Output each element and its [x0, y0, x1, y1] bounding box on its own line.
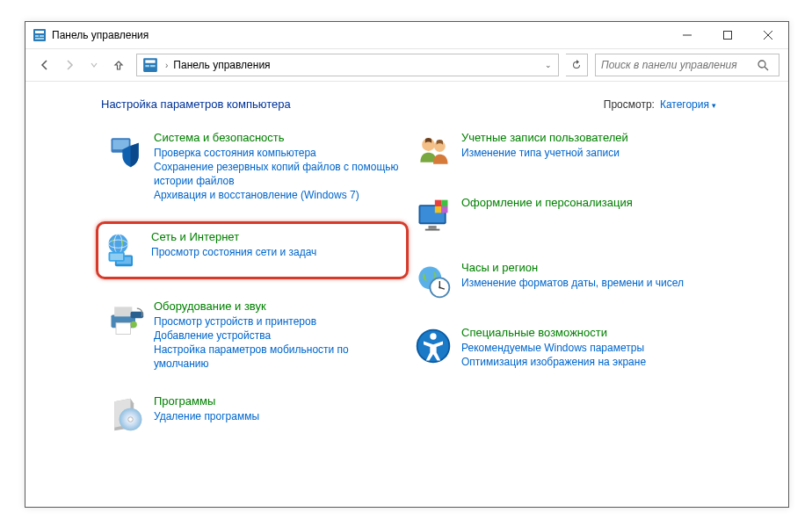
svg-point-13: [758, 61, 765, 68]
breadcrumb-root[interactable]: Панель управления: [171, 59, 272, 71]
svg-point-17: [109, 235, 128, 254]
address-dropdown[interactable]: ⌄: [540, 61, 556, 69]
category-programs: Программы Удаление программы: [101, 390, 409, 439]
category-appearance-personalization: Оформление и персонализация: [409, 191, 716, 241]
svg-rect-23: [110, 254, 123, 260]
content-area: Настройка параметров компьютера Просмотр…: [25, 82, 788, 507]
svg-point-49: [430, 333, 436, 339]
category-clock-region: Часы и регион Изменение форматов даты, в…: [409, 256, 716, 306]
search-box[interactable]: [595, 54, 779, 76]
chevron-right-icon[interactable]: ›: [162, 61, 171, 70]
maximize-button[interactable]: [707, 22, 748, 48]
globe-network-icon[interactable]: [102, 229, 144, 271]
shield-icon[interactable]: [105, 130, 147, 172]
svg-line-14: [765, 67, 768, 70]
task-link[interactable]: Изменение форматов даты, времени и чисел: [461, 276, 713, 290]
category-title[interactable]: Специальные возможности: [461, 326, 607, 339]
window-title: Панель управления: [52, 29, 149, 41]
svg-rect-39: [441, 200, 447, 206]
category-title[interactable]: Программы: [154, 394, 215, 408]
category-title[interactable]: Учетные записи пользователей: [461, 131, 628, 144]
task-link[interactable]: Архивация и восстановление (Windows 7): [154, 188, 405, 202]
back-button[interactable]: [34, 54, 55, 76]
titlebar: Панель управления: [25, 22, 788, 49]
control-panel-icon: [33, 28, 47, 42]
control-panel-icon: [142, 57, 158, 73]
svg-rect-12: [150, 65, 156, 67]
refresh-button[interactable]: [566, 54, 588, 76]
svg-rect-36: [429, 226, 437, 229]
close-button[interactable]: [748, 22, 788, 48]
svg-rect-40: [435, 206, 441, 213]
svg-rect-41: [441, 206, 447, 213]
task-link[interactable]: Просмотр устройств и принтеров: [154, 314, 405, 328]
minimize-button[interactable]: [667, 22, 707, 48]
category-network-internet: Сеть и Интернет Просмотр состояния сети …: [96, 221, 409, 279]
svg-rect-10: [145, 60, 155, 62]
svg-point-46: [439, 286, 440, 288]
view-by-label: Просмотр:: [604, 98, 655, 111]
search-input[interactable]: [596, 59, 758, 71]
disc-box-icon[interactable]: [105, 393, 147, 436]
category-title[interactable]: Сеть и Интернет: [151, 230, 239, 243]
forward-button[interactable]: [59, 54, 80, 76]
task-link[interactable]: Проверка состояния компьютера: [154, 146, 405, 160]
category-system-security: Система и безопасность Проверка состояни…: [101, 126, 409, 206]
task-link[interactable]: Изменение типа учетной записи: [461, 146, 713, 160]
svg-rect-25: [114, 307, 132, 316]
task-link[interactable]: Сохранение резервных копий файлов с помо…: [154, 160, 405, 188]
category-ease-of-access: Специальные возможности Рекомендуемые Wi…: [409, 321, 716, 372]
task-link[interactable]: Настройка параметров мобильности по умол…: [154, 343, 405, 371]
search-icon[interactable]: [758, 60, 779, 71]
category-hardware-sound: Оборудование и звук Просмотр устройств и…: [101, 295, 409, 374]
svg-rect-38: [435, 200, 441, 206]
svg-rect-6: [724, 32, 732, 40]
page-heading: Настройка параметров компьютера: [101, 97, 291, 111]
task-link[interactable]: Оптимизация изображения на экране: [461, 355, 713, 369]
accessibility-icon[interactable]: [412, 325, 454, 367]
svg-rect-3: [40, 35, 44, 37]
task-link[interactable]: Удаление программы: [154, 409, 405, 423]
printer-icon[interactable]: [105, 299, 147, 341]
svg-rect-11: [145, 65, 149, 67]
category-user-accounts: Учетные записи пользователей Изменение т…: [409, 126, 716, 176]
view-by-dropdown[interactable]: Категория▾: [660, 98, 716, 111]
svg-point-27: [131, 321, 137, 328]
svg-rect-28: [131, 312, 144, 318]
monitor-colors-icon[interactable]: [412, 195, 454, 237]
svg-rect-1: [35, 31, 44, 33]
task-link[interactable]: Просмотр состояния сети и задач: [151, 245, 402, 259]
up-button[interactable]: [108, 54, 129, 76]
category-title[interactable]: Оборудование и звук: [154, 300, 266, 313]
users-icon[interactable]: [412, 130, 454, 172]
category-title[interactable]: Оформление и персонализация: [461, 196, 633, 209]
navbar: › Панель управления ⌄: [25, 49, 788, 82]
task-link[interactable]: Рекомендуемые Windows параметры: [461, 341, 713, 355]
address-bar[interactable]: › Панель управления ⌄: [136, 54, 559, 76]
svg-rect-4: [35, 38, 44, 40]
control-panel-window: Панель управления › Панель управления ⌄: [25, 21, 789, 508]
category-title[interactable]: Система и безопасность: [154, 131, 285, 144]
svg-rect-37: [425, 229, 440, 231]
recent-dropdown[interactable]: [83, 54, 105, 76]
clock-globe-icon[interactable]: [412, 260, 454, 302]
category-title[interactable]: Часы и регион: [461, 261, 538, 274]
task-link[interactable]: Добавление устройства: [154, 328, 405, 343]
svg-point-31: [128, 417, 134, 422]
svg-rect-2: [35, 35, 39, 37]
svg-rect-26: [116, 323, 131, 335]
